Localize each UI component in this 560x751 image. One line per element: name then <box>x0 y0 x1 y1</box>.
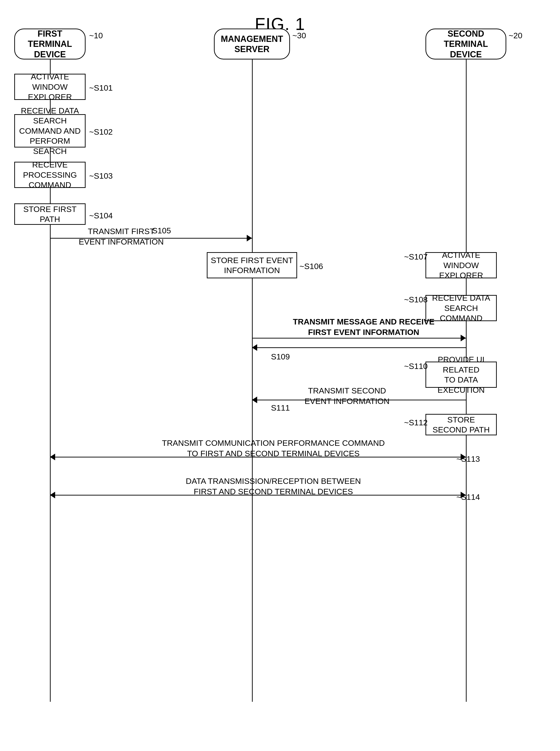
label-s102: ~S102 <box>89 127 113 137</box>
label-s104: ~S104 <box>89 211 113 220</box>
label-s108: ~S108 <box>404 295 427 304</box>
step-s104: STORE FIRST PATH <box>14 204 85 225</box>
label-s106: ~S106 <box>299 262 323 271</box>
ref-10: ~10 <box>89 31 103 40</box>
stepref-s109: S109 <box>271 352 290 361</box>
label-s114: DATA TRANSMISSION/RECEPTION BETWEENFIRST… <box>71 476 475 497</box>
step-s103: RECEIVE PROCESSINGCOMMAND <box>14 162 85 188</box>
arrowhead-s105 <box>247 235 252 242</box>
step-s102: RECEIVE DATA SEARCHCOMMAND ANDPERFORM SE… <box>14 114 85 148</box>
step-s106: STORE FIRST EVENTINFORMATION <box>207 252 297 278</box>
stepref-s111: S111 <box>271 403 290 412</box>
label-s107: ~S107 <box>404 252 427 262</box>
arrowhead-s109-left <box>252 344 257 351</box>
diagram: FIG. 1 FIRSTTERMINAL DEVICE ~10 MANAGEME… <box>0 0 560 714</box>
stepref-s105: S105 <box>152 226 171 235</box>
ref-30: ~30 <box>292 31 306 40</box>
arrowhead-s114-left <box>50 492 55 498</box>
step-s107: ACTIVATE WINDOWEXPLORER <box>425 252 497 278</box>
vline-management-server <box>252 59 253 702</box>
label-s110: ~S110 <box>404 362 427 371</box>
arrowhead-s113-left <box>50 454 55 460</box>
label-s103: ~S103 <box>89 171 113 180</box>
label-s101: ~S101 <box>89 83 113 93</box>
stepref-s113: ~S113 <box>456 454 480 464</box>
label-s112: ~S112 <box>404 418 427 427</box>
entity-second-terminal: SECONDTERMINAL DEVICE <box>425 28 506 59</box>
arrow-s109-right <box>252 338 466 339</box>
arrow-s109-left <box>252 347 466 348</box>
entity-management-server: MANAGEMENTSERVER <box>214 28 290 59</box>
label-s113: TRANSMIT COMMUNICATION PERFORMANCE COMMA… <box>71 438 475 459</box>
step-s101: ACTIVATE WINDOWEXPLORER <box>14 74 85 100</box>
step-s112: STORE SECOND PATH <box>425 414 497 435</box>
label-s109: TRANSMIT MESSAGE AND RECEIVEFIRST EVENT … <box>257 316 471 337</box>
arrowhead-s111 <box>252 397 257 403</box>
ref-20: ~20 <box>509 31 522 40</box>
stepref-s114: ~S114 <box>456 493 480 502</box>
entity-first-terminal: FIRSTTERMINAL DEVICE <box>14 28 85 59</box>
step-s110: PROVIDE UI RELATEDTO DATA EXECUTION <box>425 362 497 388</box>
label-s111: TRANSMIT SECONDEVENT INFORMATION <box>276 385 418 406</box>
